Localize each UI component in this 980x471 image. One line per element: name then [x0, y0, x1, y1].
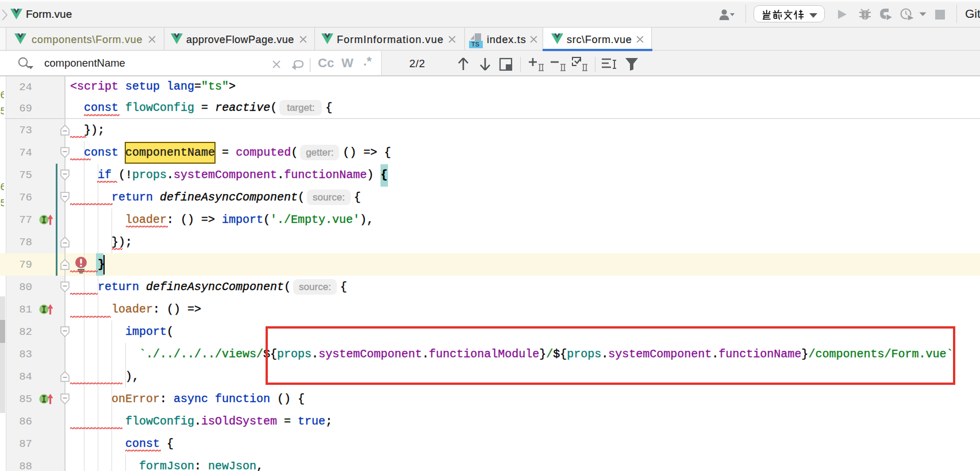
svg-text:TS: TS [471, 41, 479, 48]
